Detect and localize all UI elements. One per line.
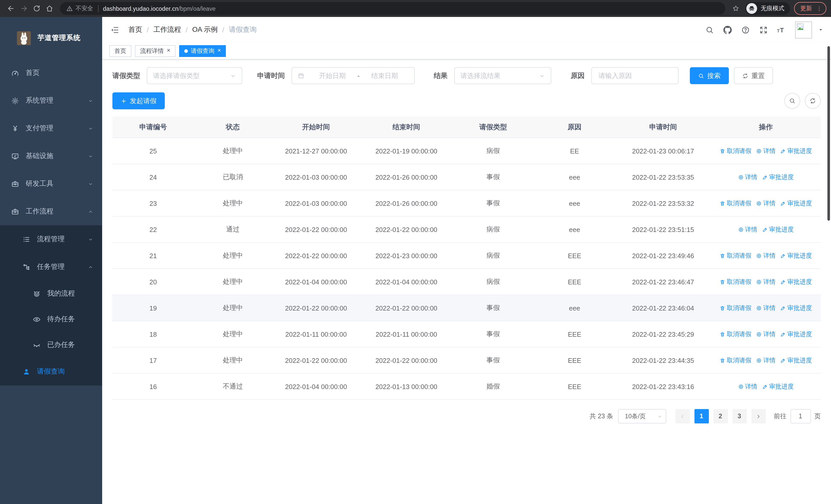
- create-leave-button[interactable]: 发起请假: [112, 92, 165, 109]
- user-avatar[interactable]: [795, 21, 812, 38]
- security-indicator[interactable]: 不安全: [66, 5, 93, 12]
- sidebar-item-10[interactable]: 已办任务: [0, 332, 102, 358]
- approval-progress-link[interactable]: 审批进度: [780, 330, 812, 338]
- apply-time-range-picker[interactable]: 开始日期 - 结束日期: [291, 67, 415, 84]
- approval-progress-link[interactable]: 审批进度: [780, 251, 812, 260]
- avatar-caret-icon[interactable]: [818, 27, 824, 33]
- approval-progress-link[interactable]: 审批进度: [780, 304, 812, 312]
- cell-leave-type: 病假: [453, 138, 534, 164]
- detail-link[interactable]: 详情: [756, 147, 776, 155]
- cancel-leave-link[interactable]: 取消请假: [720, 356, 751, 365]
- sidebar-item-5[interactable]: 工作流程: [0, 198, 102, 225]
- approval-progress-link[interactable]: 审批进度: [780, 356, 812, 365]
- sidebar-item-2[interactable]: 支付管理: [0, 114, 102, 142]
- approval-progress-link[interactable]: 审批进度: [780, 277, 812, 286]
- sidebar-item-7[interactable]: 任务管理: [0, 253, 102, 281]
- sidebar-collapse-button[interactable]: [105, 20, 124, 39]
- view-icon: [756, 279, 762, 285]
- approval-progress-link[interactable]: 审批进度: [780, 199, 812, 208]
- page-number-2[interactable]: 2: [713, 409, 727, 423]
- close-tab-icon[interactable]: ×: [167, 48, 170, 54]
- font-size-button[interactable]: TT: [775, 24, 787, 36]
- github-button[interactable]: [721, 24, 734, 36]
- fullscreen-button[interactable]: [757, 24, 769, 36]
- sidebar-item-8[interactable]: 我的流程: [0, 281, 102, 306]
- tab-流程详情[interactable]: 流程详情×: [135, 45, 175, 57]
- cancel-leave-link[interactable]: 取消请假: [720, 251, 751, 260]
- refresh-table-button[interactable]: [805, 93, 821, 109]
- table-row: 20处理中2022-01-04 00:00:002022-01-04 00:00…: [112, 269, 821, 295]
- breadcrumb-item[interactable]: 首页: [128, 25, 142, 34]
- reset-button[interactable]: 重置: [734, 67, 773, 84]
- approval-progress-link[interactable]: 审批进度: [762, 225, 794, 234]
- cancel-leave-link[interactable]: 取消请假: [720, 277, 751, 286]
- tab-请假查询[interactable]: 请假查询×: [179, 45, 226, 57]
- sidebar-item-1[interactable]: 系统管理: [0, 87, 102, 114]
- detail-link[interactable]: 详情: [738, 382, 757, 391]
- sidebar-item-4[interactable]: 研发工具: [0, 170, 102, 198]
- row-actions: 取消请假详情审批进度: [711, 277, 820, 286]
- search-button[interactable]: 搜索: [690, 67, 729, 84]
- detail-link[interactable]: 详情: [756, 251, 776, 260]
- next-page-button[interactable]: [751, 409, 766, 423]
- page-size-select[interactable]: 10条/页: [618, 409, 666, 423]
- header-search-button[interactable]: [703, 24, 716, 36]
- sidebar-item-3[interactable]: 基础设施: [0, 142, 102, 170]
- fullscreen-icon: [759, 25, 768, 34]
- leave-type-select[interactable]: 请选择请假类型: [147, 67, 242, 84]
- main-area: 首页/工作流程/OA 示例/请假查询 TT: [102, 17, 831, 504]
- sidebar-item-label: 支付管理: [26, 124, 53, 133]
- browser-back-button[interactable]: [5, 2, 18, 15]
- cancel-leave-link[interactable]: 取消请假: [720, 330, 751, 338]
- help-button[interactable]: [739, 24, 751, 36]
- scrollbar-thumb[interactable]: [827, 46, 830, 221]
- robot-icon: [33, 290, 40, 297]
- browser-forward-button[interactable]: [18, 2, 30, 15]
- detail-link[interactable]: 详情: [756, 199, 776, 208]
- cancel-leave-link[interactable]: 取消请假: [720, 199, 751, 208]
- app-logo[interactable]: 芋道管理系统: [0, 17, 102, 59]
- sidebar-item-9[interactable]: 待办任务: [0, 306, 102, 332]
- cancel-leave-link[interactable]: 取消请假: [720, 147, 751, 155]
- browser-home-button[interactable]: [43, 2, 56, 15]
- tab-label: 流程详情: [140, 47, 164, 55]
- search-icon: [705, 25, 714, 34]
- approval-progress-link[interactable]: 审批进度: [762, 382, 794, 391]
- view-icon: [738, 384, 744, 389]
- cell-end-time: 2022-01-19 00:00:00: [360, 138, 453, 164]
- pen-icon: [780, 357, 786, 363]
- bookmark-star-button[interactable]: [729, 2, 742, 14]
- detail-link[interactable]: 详情: [738, 225, 757, 234]
- prev-page-button[interactable]: [675, 409, 690, 423]
- cell-reason: EEE: [534, 242, 615, 269]
- sidebar-item-6[interactable]: 流程管理: [0, 225, 102, 253]
- url-bar[interactable]: 不安全 dashboard.yudao.iocoder.cn/bpm/oa/le…: [60, 2, 725, 15]
- search-icon: [698, 72, 704, 79]
- detail-link[interactable]: 详情: [756, 304, 776, 312]
- detail-link[interactable]: 详情: [738, 173, 757, 181]
- page-number-3[interactable]: 3: [732, 409, 747, 423]
- result-select[interactable]: 请选择流结果: [454, 67, 551, 84]
- incognito-badge: 无痕模式: [745, 2, 790, 15]
- reason-input[interactable]: [598, 71, 672, 80]
- browser-update-button[interactable]: 更新: [794, 2, 826, 15]
- detail-link[interactable]: 详情: [756, 330, 776, 338]
- sidebar-item-0[interactable]: 首页: [0, 59, 102, 87]
- show-search-toggle-button[interactable]: [784, 93, 800, 109]
- breadcrumb-item[interactable]: OA 示例: [192, 25, 218, 34]
- start-date-placeholder: 开始日期: [309, 71, 356, 80]
- cancel-leave-link[interactable]: 取消请假: [720, 304, 751, 312]
- sidebar-item-label: 流程管理: [37, 235, 65, 244]
- detail-link[interactable]: 详情: [756, 277, 776, 286]
- breadcrumb-item[interactable]: 工作流程: [153, 25, 181, 34]
- browser-reload-button[interactable]: [30, 2, 43, 15]
- approval-progress-link[interactable]: 审批进度: [780, 147, 812, 155]
- close-tab-icon[interactable]: ×: [218, 48, 221, 54]
- goto-page-input[interactable]: [790, 409, 811, 423]
- sidebar-item-11[interactable]: 请假查询: [0, 358, 102, 385]
- detail-link[interactable]: 详情: [756, 356, 776, 365]
- page-number-1[interactable]: 1: [694, 409, 709, 423]
- tab-首页[interactable]: 首页: [109, 45, 132, 57]
- approval-progress-link[interactable]: 审批进度: [762, 173, 794, 181]
- chev-right-icon: [755, 413, 761, 419]
